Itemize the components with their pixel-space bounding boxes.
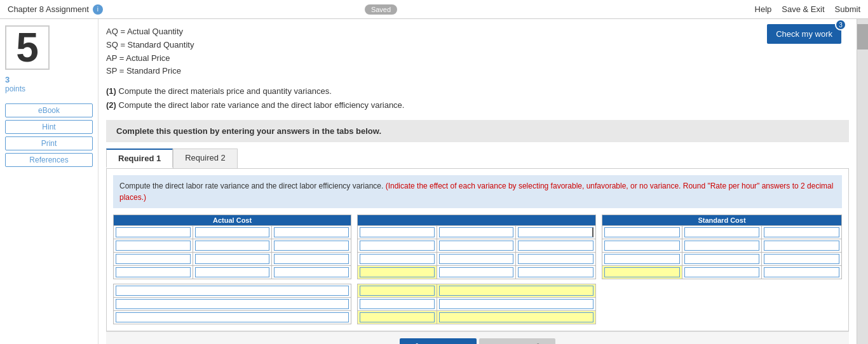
middle-header [358, 215, 596, 226]
help-link[interactable]: Help [755, 4, 772, 14]
hint-button[interactable]: Hint [5, 120, 93, 134]
m-r2c2[interactable] [437, 239, 516, 253]
m-r2c3[interactable] [516, 239, 596, 253]
bottom-nav: ❮ Required 1 Required 2 ❯ [106, 331, 849, 344]
yellow-m-r4c1[interactable] [358, 266, 437, 279]
definitions: AQ = Actual Quantity SQ = Standard Quant… [106, 25, 849, 78]
sc-r2c3[interactable] [762, 239, 842, 253]
tab-required2[interactable]: Required 2 [173, 149, 238, 168]
table-row [114, 239, 842, 253]
sidebar-buttons: eBook Hint Print References [5, 103, 93, 167]
tab-instructions-box: Complete this question by entering your … [106, 120, 849, 142]
tab-description: Compute the direct labor rate variance a… [113, 175, 842, 208]
table-row [114, 266, 842, 279]
table-row [114, 253, 842, 266]
sc-r3c2[interactable] [682, 253, 762, 266]
scrollbar[interactable] [857, 19, 868, 344]
check-work-container: Check my work 3 [767, 24, 841, 44]
sc-r2c2[interactable] [682, 239, 762, 253]
yellow-sc-r4c1[interactable] [602, 266, 682, 279]
standard-cost-header: Standard Cost [602, 215, 842, 226]
table-row [114, 284, 842, 298]
sc-r3c1[interactable] [602, 253, 682, 266]
tab-required1[interactable]: Required 1 [106, 149, 173, 168]
info-icon[interactable]: i [93, 4, 103, 15]
variance-table-wrap: Actual Cost Standard Cost [113, 215, 842, 324]
sc-r1c2[interactable] [682, 226, 762, 239]
ac-r1c1[interactable] [114, 226, 193, 239]
points-value: 3 [5, 75, 93, 84]
badge-count: 3 [835, 19, 846, 30]
variance-yellow-1[interactable] [358, 284, 437, 298]
ac-r1c3[interactable] [272, 226, 351, 239]
tab-content: Compute the direct labor rate variance a… [106, 168, 849, 331]
ac-r2c3[interactable] [272, 239, 351, 253]
def-sq: SQ = Standard Quantity [106, 39, 747, 52]
def-ap: AP = Actual Price [106, 52, 747, 65]
instruction-2: (2) Compute the direct labor rate varian… [106, 98, 747, 112]
spacer-row [114, 279, 842, 284]
table-row [114, 311, 842, 324]
header-right: Help Save & Exit Submit [755, 4, 860, 14]
def-aq: AQ = Actual Quantity [106, 25, 747, 39]
instruction-1: (1) Compute the direct materials price a… [106, 84, 747, 98]
content-area: Check my work 3 AQ = Actual Quantity SQ … [98, 19, 857, 344]
sc-r3c3[interactable] [762, 253, 842, 266]
saved-badge: Saved [365, 4, 397, 15]
instructions: (1) Compute the direct materials price a… [106, 84, 849, 112]
submit-button[interactable]: Submit [835, 4, 860, 14]
print-button[interactable]: Print [5, 136, 93, 150]
sc-r1c3[interactable] [762, 226, 842, 239]
question-number: 5 [5, 25, 50, 70]
page-title: Chapter 8 Assignment [8, 4, 89, 14]
ac-r3c2[interactable] [193, 253, 272, 266]
header-left: Chapter 8 Assignment i Saved [8, 4, 397, 15]
sc-r1c1[interactable] [602, 226, 682, 239]
m-r2c1[interactable] [358, 239, 437, 253]
page-header: Chapter 8 Assignment i Saved Help Save &… [0, 0, 868, 19]
sidebar: 5 3 points eBook Hint Print References [0, 19, 98, 344]
ac-r3c3[interactable] [272, 253, 351, 266]
m-r1c1[interactable] [358, 226, 437, 239]
m-r1c3[interactable] [516, 226, 596, 239]
ebook-button[interactable]: eBook [5, 103, 93, 117]
m-r3c3[interactable] [516, 253, 596, 266]
ac-r2c2[interactable] [193, 239, 272, 253]
points-label: points [5, 84, 93, 93]
tabs-container: Required 1 Required 2 [106, 149, 849, 168]
check-my-work-button[interactable]: Check my work 3 [767, 24, 841, 44]
def-sp: SP = Standard Price [106, 65, 747, 78]
ac-r2c1[interactable] [114, 239, 193, 253]
actual-cost-header: Actual Cost [114, 215, 351, 226]
m-r3c2[interactable] [437, 253, 516, 266]
references-button[interactable]: References [5, 153, 93, 167]
m-r3c1[interactable] [358, 253, 437, 266]
main-container: 5 3 points eBook Hint Print References C… [0, 19, 868, 344]
variance-table: Actual Cost Standard Cost [113, 215, 842, 324]
scroll-thumb[interactable] [857, 24, 868, 50]
prev-required1-button[interactable]: ❮ Required 1 [400, 338, 477, 344]
sc-r2c1[interactable] [602, 239, 682, 253]
m-r1c2[interactable] [437, 226, 516, 239]
table-row [114, 298, 842, 311]
ac-r1c2[interactable] [193, 226, 272, 239]
table-row [114, 226, 842, 239]
save-exit-button[interactable]: Save & Exit [782, 4, 824, 14]
ac-r3c1[interactable] [114, 253, 193, 266]
next-required2-button: Required 2 ❯ [479, 338, 556, 344]
